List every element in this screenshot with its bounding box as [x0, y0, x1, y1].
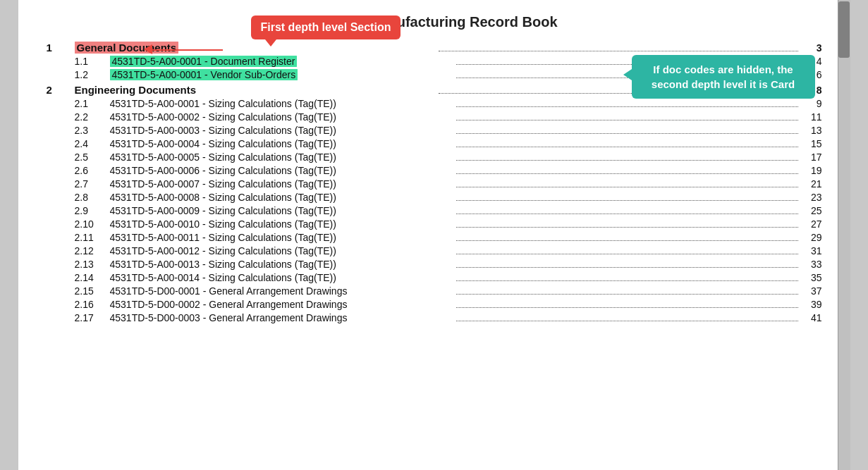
toc-label: General Documents [75, 42, 434, 54]
toc-page: 21 [802, 178, 822, 190]
toc-dots [456, 294, 798, 295]
list-item: 2.74531TD-5-A00-0007 - Sizing Calculatio… [47, 178, 822, 190]
toc-label: 4531TD-5-A00-0013 - Sizing Calculations … [110, 259, 452, 270]
toc-section-1: 1 General Documents 3 [47, 42, 822, 54]
toc-page: 19 [802, 165, 822, 176]
list-item: 2.84531TD-5-A00-0008 - Sizing Calculatio… [47, 192, 822, 204]
toc-dots [456, 173, 798, 174]
list-item: 2.134531TD-5-A00-0013 - Sizing Calculati… [47, 259, 822, 271]
toc-dots [456, 160, 798, 161]
toc-number: 2.16 [75, 299, 110, 310]
toc-page: 15 [802, 138, 822, 149]
toc-page: 31 [802, 245, 822, 256]
toc-number: 2.15 [75, 285, 110, 297]
toc-number: 1 [47, 42, 75, 54]
section-highlight-green: 4531TD-5-A00-0001 - Document Register [110, 56, 298, 67]
toc-number: 2 [47, 84, 75, 96]
list-item: 2.54531TD-5-A00-0005 - Sizing Calculatio… [47, 151, 822, 163]
list-item: 2.64531TD-5-A00-0006 - Sizing Calculatio… [47, 165, 822, 177]
toc-page: 13 [802, 125, 822, 136]
list-item: 2.154531TD-5-D00-0001 - General Arrangem… [47, 285, 822, 297]
toc-page: 11 [802, 111, 822, 123]
toc-page: 9 [802, 98, 822, 109]
toc-dots [456, 227, 798, 228]
toc-page: 33 [802, 259, 822, 270]
toc-number: 2.8 [75, 192, 110, 203]
toc-dots [456, 200, 798, 201]
list-item: 2.24531TD-5-A00-0002 - Sizing Calculatio… [47, 111, 822, 123]
toc-page: 29 [802, 232, 822, 243]
toc-number: 2.9 [75, 205, 110, 216]
toc-dots [456, 254, 798, 254]
list-item: 2.104531TD-5-A00-0010 - Sizing Calculati… [47, 218, 822, 230]
toc-label: 4531TD-5-A00-0001 - Sizing Calculations … [110, 98, 452, 109]
list-item: 2.164531TD-5-D00-0002 - General Arrangem… [47, 299, 822, 311]
toc-dots [456, 187, 798, 187]
scrollbar-thumb[interactable] [838, 1, 850, 58]
toc-label: 4531TD-5-A00-0008 - Sizing Calculations … [110, 192, 452, 203]
toc-dots [439, 51, 798, 51]
subsections-container: 2.14531TD-5-A00-0001 - Sizing Calculatio… [47, 98, 822, 324]
list-item: 2.114531TD-5-A00-0011 - Sizing Calculati… [47, 232, 822, 244]
section-highlight-salmon: General Documents [75, 42, 179, 54]
toc-page: 3 [802, 42, 822, 54]
callout-red: First depth level Section [251, 16, 401, 39]
toc-label: 4531TD-5-A00-0003 - Sizing Calculations … [110, 125, 452, 136]
toc-number: 2.5 [75, 151, 110, 163]
callout-teal: If doc codes are hidden, the second dept… [632, 55, 815, 99]
toc-number: 2.12 [75, 245, 110, 256]
section-highlight-green: 4531TD-5-A00-0001 - Vendor Sub-Orders [110, 69, 298, 80]
toc-dots [456, 214, 798, 214]
toc-label: 4531TD-5-A00-0005 - Sizing Calculations … [110, 151, 452, 163]
list-item: 2.34531TD-5-A00-0003 - Sizing Calculatio… [47, 125, 822, 137]
toc-page: 41 [802, 312, 822, 323]
toc-label: 4531TD-5-D00-0003 - General Arrangement … [110, 312, 452, 323]
toc-page: 35 [802, 272, 822, 283]
toc-dots [456, 321, 798, 321]
toc-number: 2.1 [75, 98, 110, 109]
toc-number: 1.2 [75, 69, 110, 80]
arrow-line [147, 49, 223, 51]
list-item: 2.14531TD-5-A00-0001 - Sizing Calculatio… [47, 98, 822, 110]
arrow-head [144, 44, 152, 54]
toc-page: 27 [802, 218, 822, 230]
list-item: 2.174531TD-5-D00-0003 - General Arrangem… [47, 312, 822, 324]
toc-number: 2.11 [75, 232, 110, 243]
toc-number: 2.17 [75, 312, 110, 323]
scrollbar[interactable] [838, 0, 850, 470]
toc-number: 2.14 [75, 272, 110, 283]
toc-page: 37 [802, 285, 822, 297]
toc-dots [456, 267, 798, 268]
list-item: 2.44531TD-5-A00-0004 - Sizing Calculatio… [47, 138, 822, 150]
toc-label: 4531TD-5-A00-0012 - Sizing Calculations … [110, 245, 452, 256]
toc-label: 4531TD-5-A00-0001 - Vendor Sub-Orders [110, 69, 452, 80]
toc-label: 4531TD-5-D00-0001 - General Arrangement … [110, 285, 452, 297]
list-item: 2.94531TD-5-A00-0009 - Sizing Calculatio… [47, 205, 822, 217]
toc-dots [456, 106, 798, 107]
toc-number: 2.10 [75, 218, 110, 230]
toc-label: 4531TD-5-A00-0010 - Sizing Calculations … [110, 218, 452, 230]
toc-dots [456, 280, 798, 281]
toc-label: 4531TD-5-A00-0004 - Sizing Calculations … [110, 138, 452, 149]
toc-label: 4531TD-5-A00-0007 - Sizing Calculations … [110, 178, 452, 190]
toc-number: 2.7 [75, 178, 110, 190]
page-container: Index of Manufacturing Record Book First… [18, 0, 850, 470]
toc-number: 2.2 [75, 111, 110, 123]
toc-label: 4531TD-5-D00-0002 - General Arrangement … [110, 299, 452, 310]
toc-dots [456, 133, 798, 134]
toc-page: 25 [802, 205, 822, 216]
toc-dots [456, 120, 798, 120]
toc-page: 39 [802, 299, 822, 310]
page-title: Index of Manufacturing Record Book [47, 14, 822, 30]
list-item: 2.124531TD-5-A00-0012 - Sizing Calculati… [47, 245, 822, 257]
toc-label: 4531TD-5-A00-0002 - Sizing Calculations … [110, 111, 452, 123]
toc-dots [456, 307, 798, 308]
toc-label: 4531TD-5-A00-0006 - Sizing Calculations … [110, 165, 452, 176]
toc-dots [456, 147, 798, 147]
toc-label: 4531TD-5-A00-0011 - Sizing Calculations … [110, 232, 452, 243]
toc-number: 2.6 [75, 165, 110, 176]
toc-number: 2.4 [75, 138, 110, 149]
toc-dots [456, 240, 798, 241]
toc-label: 4531TD-5-A00-0009 - Sizing Calculations … [110, 205, 452, 216]
toc-label: 4531TD-5-A00-0014 - Sizing Calculations … [110, 272, 452, 283]
